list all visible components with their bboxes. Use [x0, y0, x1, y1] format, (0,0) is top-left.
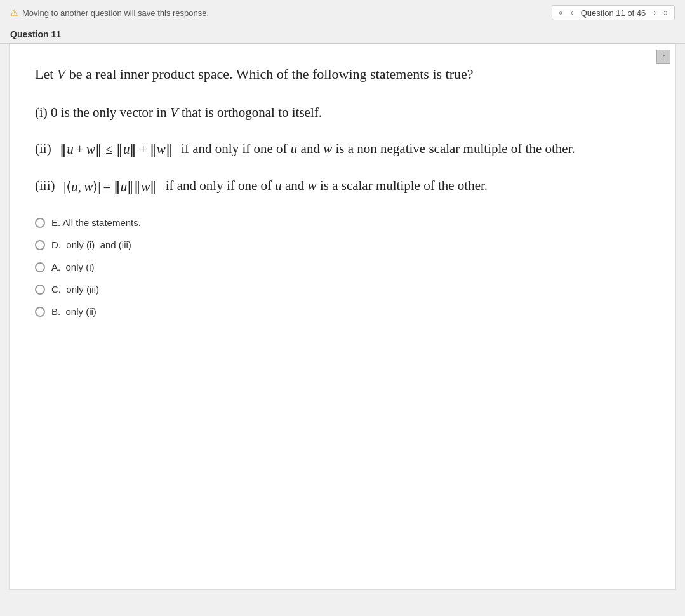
- option-C[interactable]: C. only (iii): [35, 284, 650, 295]
- option-A[interactable]: A. only (i): [35, 262, 650, 272]
- nav-first-button[interactable]: «: [556, 7, 566, 18]
- radio-B[interactable]: [35, 307, 45, 317]
- statement-iii: (iii) |⟨u, w⟩| = ‖u‖‖w‖ if and only if o…: [35, 175, 650, 197]
- warning-message: ⚠ Moving to another question will save t…: [10, 8, 209, 18]
- corner-button[interactable]: r: [656, 50, 670, 64]
- option-D[interactable]: D. only (i) and (iii): [35, 239, 650, 250]
- radio-D[interactable]: [35, 240, 45, 250]
- option-A-label: A. only (i): [51, 262, 95, 272]
- radio-C[interactable]: [35, 285, 45, 295]
- main-content: r Let V be a real inner product space. W…: [9, 44, 676, 590]
- statement-ii: (ii) ‖u + w‖ ≤ ‖u‖ + ‖w‖ if and only if …: [35, 138, 650, 160]
- warning-icon: ⚠: [10, 8, 18, 18]
- warning-text: Moving to another question will save thi…: [22, 8, 209, 18]
- radio-A[interactable]: [35, 262, 45, 272]
- question-label: Question 11: [10, 29, 61, 39]
- formula-ii: ‖u + w‖ ≤ ‖u‖ + ‖w‖: [60, 139, 173, 160]
- option-B-label: B. only (ii): [51, 306, 96, 317]
- option-E[interactable]: E. All the statements.: [35, 217, 650, 228]
- question-header: Question 11: [0, 25, 685, 44]
- nav-last-button[interactable]: »: [661, 7, 670, 18]
- option-C-label: C. only (iii): [51, 284, 99, 295]
- nav-next-button[interactable]: ›: [651, 7, 658, 18]
- statement-i: (i) 0 is the only vector in V that is or…: [35, 102, 650, 123]
- question-text: Let V be a real inner product space. Whi…: [35, 64, 650, 84]
- options-container: E. All the statements. D. only (i) and (…: [35, 217, 650, 317]
- option-E-label: E. All the statements.: [51, 217, 141, 228]
- option-B[interactable]: B. only (ii): [35, 306, 650, 317]
- nav-controls: « ‹ Question 11 of 46 › »: [552, 5, 675, 20]
- option-D-label: D. only (i) and (iii): [51, 239, 131, 250]
- radio-E[interactable]: [35, 218, 45, 228]
- nav-prev-button[interactable]: ‹: [568, 7, 576, 18]
- formula-iii: |⟨u, w⟩| = ‖u‖‖w‖: [63, 177, 157, 198]
- page-container: ⚠ Moving to another question will save t…: [0, 0, 685, 616]
- top-bar: ⚠ Moving to another question will save t…: [0, 0, 685, 25]
- nav-label: Question 11 of 46: [578, 8, 649, 18]
